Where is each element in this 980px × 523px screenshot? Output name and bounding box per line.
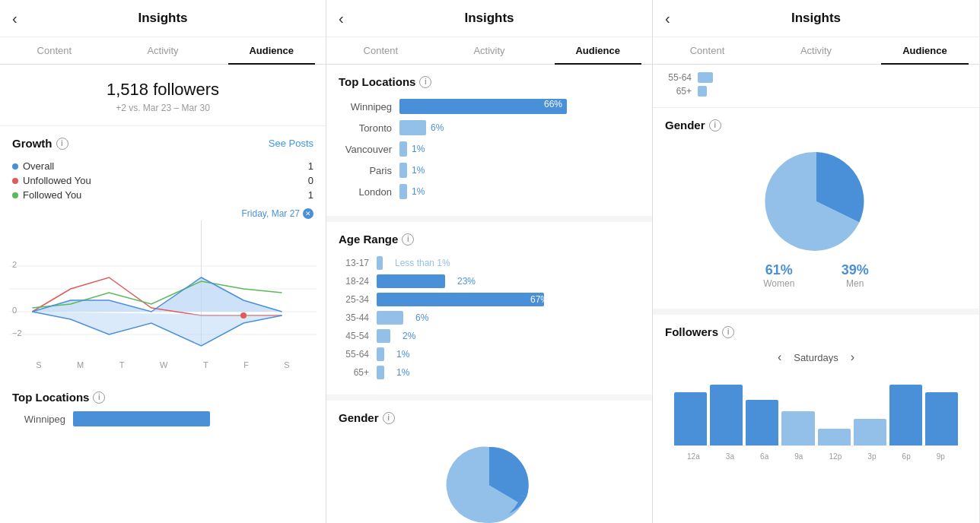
men-pct-3: 39% bbox=[842, 262, 869, 278]
locations-info-icon-2[interactable]: i bbox=[419, 76, 431, 88]
bar-12a bbox=[674, 392, 707, 445]
bar-9a bbox=[781, 411, 814, 445]
women-label-3: 61% Women bbox=[763, 262, 794, 289]
panel-2: ‹ Insights Content Activity Audience Top… bbox=[326, 0, 653, 523]
gender-title-2: Gender i bbox=[339, 411, 640, 424]
followed-value: 1 bbox=[308, 189, 313, 201]
panel-3-title: Insights bbox=[791, 11, 841, 26]
panel-3-header: ‹ Insights bbox=[653, 0, 979, 37]
gender-info-icon-2[interactable]: i bbox=[383, 412, 395, 424]
london-bar bbox=[399, 184, 407, 199]
panel-2-content: Top Locations i Winnipeg 66% Toronto bbox=[326, 65, 652, 523]
age-35-44: 35-44 6% bbox=[339, 311, 640, 325]
followed-label: Followed You bbox=[23, 189, 81, 201]
pie-chart-2-actual bbox=[444, 439, 535, 523]
see-posts-link[interactable]: See Posts bbox=[269, 138, 313, 149]
location-winnipeg-2: Winnipeg 66% bbox=[339, 99, 640, 114]
men-label-3: 39% Men bbox=[842, 262, 869, 289]
panel-2-tabs: Content Activity Audience bbox=[326, 37, 652, 65]
bar-vert-9p bbox=[925, 392, 958, 445]
gender-info-icon-3[interactable]: i bbox=[709, 119, 721, 132]
back-arrow-3[interactable]: ‹ bbox=[665, 10, 670, 27]
age-info-icon[interactable]: i bbox=[402, 233, 414, 246]
location-winnipeg-row: Winnipeg bbox=[12, 411, 313, 426]
age-top-bar-65plus bbox=[698, 86, 707, 97]
gender-pie-3: 61% Women 39% Men bbox=[665, 139, 967, 298]
day-label: Saturdays bbox=[794, 352, 838, 363]
pie-chart-3 bbox=[763, 148, 870, 255]
followers-change: +2 vs. Mar 23 – Mar 30 bbox=[12, 103, 313, 113]
locations-info-icon-1[interactable]: i bbox=[93, 391, 105, 404]
growth-info-icon[interactable]: i bbox=[56, 138, 68, 150]
back-arrow-1[interactable]: ‹ bbox=[12, 10, 18, 27]
paris-bar bbox=[399, 163, 407, 178]
gender-section-2: Gender i bbox=[326, 401, 652, 523]
age-bar-13-17 bbox=[377, 256, 383, 270]
overall-label: Overall bbox=[23, 160, 54, 172]
tab-1-audience[interactable]: Audience bbox=[217, 37, 326, 64]
bar-6a bbox=[746, 400, 778, 445]
panel-1-content: 1,518 followers +2 vs. Mar 23 – Mar 30 G… bbox=[0, 65, 326, 523]
age-bar-35-44 bbox=[377, 311, 403, 325]
winnipeg-bar-1 bbox=[73, 411, 210, 426]
age-top-section: 55-64 65+ bbox=[653, 65, 979, 108]
age-bar-65plus bbox=[377, 366, 384, 379]
tab-3-activity[interactable]: Activity bbox=[762, 37, 870, 64]
panel-2-header: ‹ Insights bbox=[326, 0, 652, 37]
day-labels: S M T W T F S bbox=[12, 357, 313, 369]
svg-point-10 bbox=[240, 312, 247, 319]
legend-followed: Followed You 1 bbox=[12, 188, 313, 202]
tab-2-activity[interactable]: Activity bbox=[435, 37, 544, 64]
vancouver-bar bbox=[399, 141, 407, 157]
bar-3a bbox=[710, 385, 743, 445]
back-arrow-2[interactable]: ‹ bbox=[339, 10, 344, 27]
legend-unfollowed: Unfollowed You 0 bbox=[12, 173, 313, 188]
unfollowed-dot bbox=[12, 178, 18, 184]
growth-header: Growth i See Posts bbox=[12, 137, 313, 150]
panel-1-header: ‹ Insights bbox=[0, 0, 326, 37]
age-bar-55-64 bbox=[377, 347, 384, 361]
age-top-65plus: 65+ bbox=[665, 86, 967, 97]
gender-section-3: Gender i 61% Women bbox=[653, 108, 979, 309]
age-13-17: 13-17 Less than 1% bbox=[339, 256, 640, 270]
next-day-arrow[interactable]: › bbox=[851, 350, 854, 364]
panel-3-content: 55-64 65+ Gender i bbox=[653, 65, 979, 523]
tab-3-content[interactable]: Content bbox=[653, 37, 762, 64]
women-pct-3: 61% bbox=[763, 262, 794, 278]
bar-vert-9a bbox=[781, 411, 814, 445]
tab-2-audience[interactable]: Audience bbox=[543, 37, 652, 64]
bar-vert-12a bbox=[674, 392, 707, 445]
followers-bar-chart: 12a 3a 6a 9a 12p 3p 6p 9p bbox=[665, 370, 967, 468]
followers-count: 1,518 followers bbox=[12, 80, 313, 100]
age-25-34: 25-34 67% bbox=[339, 293, 640, 306]
age-bar-18-24 bbox=[377, 274, 445, 288]
followers-info-icon[interactable]: i bbox=[722, 326, 734, 338]
tab-1-activity[interactable]: Activity bbox=[109, 37, 218, 64]
age-55-64: 55-64 1% bbox=[339, 347, 640, 361]
location-paris: Paris 1% bbox=[339, 163, 640, 178]
followers-bar-section: Followers i ‹ Saturdays › bbox=[653, 315, 979, 479]
pie-labels-3: 61% Women 39% Men bbox=[740, 262, 892, 289]
panel-3: ‹ Insights Content Activity Audience 55-… bbox=[653, 0, 979, 523]
prev-day-arrow[interactable]: ‹ bbox=[778, 350, 781, 364]
legend-overall: Overall 1 bbox=[12, 159, 313, 173]
followers-bar-title: Followers i bbox=[665, 325, 967, 338]
panel-2-title: Insights bbox=[464, 11, 514, 26]
friday-badge[interactable]: ✕ bbox=[303, 208, 313, 219]
top-locations-title-1: Top Locations i bbox=[12, 391, 313, 404]
tab-2-content[interactable]: Content bbox=[326, 37, 435, 64]
unfollowed-label: Unfollowed You bbox=[23, 175, 91, 186]
tab-3-audience[interactable]: Audience bbox=[870, 37, 979, 64]
age-range-title: Age Range i bbox=[339, 233, 640, 246]
top-locations-section-1: Top Locations i Winnipeg bbox=[0, 380, 326, 443]
bar-chart-row bbox=[674, 370, 958, 446]
age-bar-25-34 bbox=[377, 293, 544, 306]
tab-1-content[interactable]: Content bbox=[0, 37, 109, 64]
overall-value: 1 bbox=[308, 160, 313, 172]
age-top-55-64: 55-64 bbox=[665, 72, 967, 83]
day-nav: ‹ Saturdays › bbox=[665, 344, 967, 370]
friday-label: Friday, Mar 27 ✕ bbox=[12, 208, 313, 219]
separator-2 bbox=[326, 395, 652, 401]
top-locations-section-2: Top Locations i Winnipeg 66% Toronto bbox=[326, 65, 652, 216]
growth-chart: 2 0 −2 bbox=[9, 220, 317, 357]
